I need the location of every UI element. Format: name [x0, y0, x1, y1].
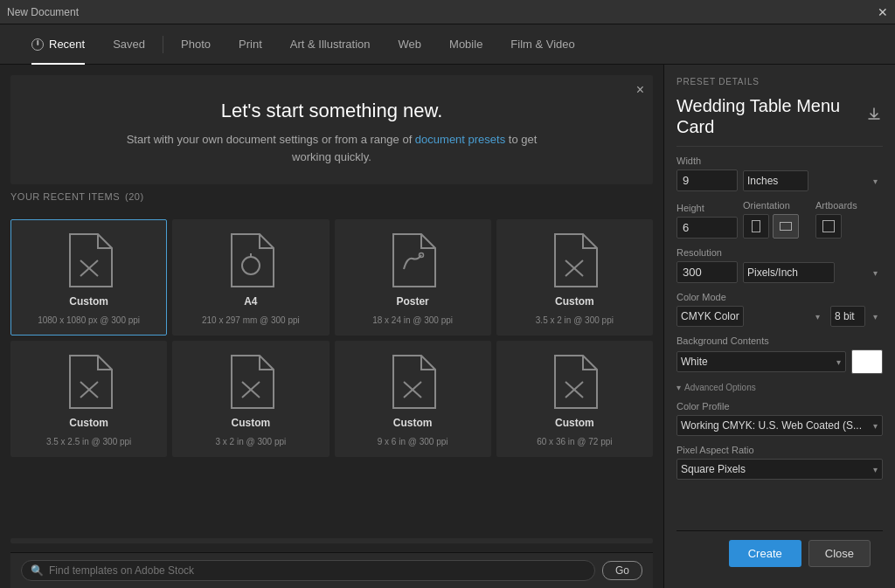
- tab-art-label: Art & Illustration: [290, 38, 371, 51]
- left-panel: × Let's start something new. Start with …: [0, 65, 663, 588]
- item-name-4: Custom: [69, 417, 108, 429]
- tab-photo[interactable]: Photo: [167, 24, 225, 65]
- preset-details-label: PRESET DETAILS: [676, 77, 883, 86]
- tab-mobile[interactable]: Mobile: [435, 24, 496, 65]
- create-button[interactable]: Create: [729, 540, 801, 567]
- recent-item-6[interactable]: Custom 9 x 6 in @ 300 ppi: [335, 341, 491, 457]
- recent-item-3[interactable]: Custom 3.5 x 2 in @ 300 ppi: [496, 219, 653, 336]
- recent-item-4[interactable]: Custom 3.5 x 2.5 in @ 300 ppi: [10, 341, 167, 457]
- advanced-options-label: Advanced Options: [684, 383, 756, 392]
- resolution-row: Pixels/Inch Pixels/Centimeter: [676, 261, 883, 283]
- advanced-options-toggle[interactable]: ▾ Advanced Options: [676, 383, 883, 392]
- item-name-7: Custom: [555, 417, 594, 429]
- hero-close-button[interactable]: ×: [636, 82, 644, 98]
- resolution-unit-select[interactable]: Pixels/Inch Pixels/Centimeter: [743, 262, 835, 283]
- resolution-field-group: Resolution Pixels/Inch Pixels/Centimeter: [676, 247, 883, 283]
- chevron-down-icon: ▾: [676, 383, 681, 392]
- doc-icon-3: [550, 232, 599, 288]
- color-mode-row: CMYK Color RGB Color Grayscale 8 bit 16 …: [676, 306, 883, 327]
- color-profile-field-group: Color Profile Working CMYK: U.S. Web Coa…: [676, 401, 883, 436]
- tab-saved[interactable]: Saved: [99, 24, 159, 65]
- go-button[interactable]: Go: [602, 561, 642, 580]
- item-desc-4: 3.5 x 2.5 in @ 300 ppi: [46, 436, 131, 447]
- bit-depth-select-wrap: 8 bit 16 bit 32 bit: [830, 306, 883, 327]
- preset-title: Wedding Table Menu Card: [676, 95, 865, 137]
- width-unit-select[interactable]: Inches Pixels Millimeters Centimeters: [743, 170, 808, 191]
- tab-print-label: Print: [239, 38, 262, 51]
- recent-item-0[interactable]: Custom 1080 x 1080 px @ 300 ppi: [10, 219, 167, 336]
- item-desc-0: 1080 x 1080 px @ 300 ppi: [38, 315, 140, 326]
- bg-contents-label: Background Contents: [676, 336, 883, 346]
- recent-section: YOUR RECENT ITEMS (20): [0, 191, 663, 535]
- pixel-aspect-select-wrap: Square Pixels D1/DV NTSC (0.91): [676, 459, 883, 480]
- item-desc-3: 3.5 x 2 in @ 300 ppi: [536, 315, 614, 326]
- height-label: Height: [676, 203, 738, 213]
- width-field-group: Width Inches Pixels Millimeters Centimet…: [676, 156, 883, 191]
- search-input-wrap: 🔍: [21, 560, 595, 581]
- item-name-1: A4: [244, 295, 257, 308]
- preset-header: Wedding Table Menu Card: [676, 95, 883, 137]
- doc-icon-0: [65, 232, 114, 288]
- tab-print[interactable]: Print: [225, 24, 276, 65]
- item-desc-5: 3 x 2 in @ 300 ppi: [215, 436, 286, 447]
- bg-color-swatch[interactable]: [851, 349, 883, 374]
- landscape-icon: [780, 222, 792, 231]
- tab-web[interactable]: Web: [385, 24, 436, 65]
- window-close-button[interactable]: ✕: [878, 5, 888, 19]
- width-input[interactable]: [676, 169, 738, 191]
- color-profile-select[interactable]: Working CMYK: U.S. Web Coated (S... sRGB…: [676, 415, 883, 436]
- orientation-label: Orientation: [743, 200, 810, 211]
- resolution-unit-select-wrap: Pixels/Inch Pixels/Centimeter: [743, 262, 883, 283]
- resolution-input[interactable]: [676, 261, 738, 283]
- document-presets-link[interactable]: document presets: [415, 133, 505, 146]
- width-row: Inches Pixels Millimeters Centimeters: [676, 169, 883, 191]
- recent-item-1[interactable]: A4 210 x 297 mm @ 300 ppi: [172, 219, 329, 336]
- tab-recent-label: Recent: [49, 38, 85, 51]
- tab-photo-label: Photo: [181, 38, 211, 51]
- title-bar: New Document ✕: [0, 0, 895, 24]
- doc-icon-5: [226, 354, 275, 410]
- item-name-0: Custom: [69, 295, 108, 308]
- pixel-aspect-select[interactable]: Square Pixels D1/DV NTSC (0.91): [676, 459, 883, 480]
- color-profile-select-wrap: Working CMYK: U.S. Web Coated (S... sRGB…: [676, 415, 883, 436]
- download-preset-button[interactable]: [865, 106, 883, 128]
- item-name-2: Poster: [396, 295, 428, 308]
- height-input[interactable]: [676, 217, 738, 239]
- orientation-buttons: [743, 214, 810, 239]
- bg-contents-field-group: Background Contents White Black Backgrou…: [676, 336, 883, 374]
- dialog: Recent Saved Photo Print Art & Illustrat…: [0, 24, 895, 588]
- portrait-button[interactable]: [743, 214, 769, 239]
- close-button[interactable]: Close: [808, 540, 871, 567]
- bg-contents-row: White Black Background Color Transparent: [676, 349, 883, 374]
- width-unit-select-wrap: Inches Pixels Millimeters Centimeters: [743, 170, 883, 191]
- svg-point-2: [242, 257, 260, 274]
- search-bar: 🔍 Go: [10, 552, 653, 588]
- doc-icon-6: [388, 354, 437, 410]
- window-title: New Document: [7, 6, 79, 18]
- dialog-footer: Create Close: [676, 530, 883, 576]
- recent-grid: Custom 1080 x 1080 px @ 300 ppi: [10, 219, 653, 457]
- pixel-aspect-field-group: Pixel Aspect Ratio Square Pixels D1/DV N…: [676, 445, 883, 480]
- recent-label: YOUR RECENT ITEMS: [10, 191, 120, 202]
- recent-item-5[interactable]: Custom 3 x 2 in @ 300 ppi: [172, 341, 329, 457]
- landscape-button[interactable]: [773, 214, 799, 239]
- item-desc-2: 18 x 24 in @ 300 ppi: [372, 315, 453, 326]
- bg-contents-select[interactable]: White Black Background Color Transparent: [676, 351, 846, 372]
- tab-recent[interactable]: Recent: [17, 24, 99, 65]
- color-profile-label: Color Profile: [676, 401, 883, 412]
- recent-item-2[interactable]: Poster 18 x 24 in @ 300 ppi: [335, 219, 491, 336]
- tab-film[interactable]: Film & Video: [496, 24, 588, 65]
- tab-bar: Recent Saved Photo Print Art & Illustrat…: [0, 24, 895, 65]
- tab-art[interactable]: Art & Illustration: [276, 24, 385, 65]
- search-input[interactable]: [49, 564, 586, 577]
- color-mode-select[interactable]: CMYK Color RGB Color Grayscale: [676, 306, 744, 327]
- doc-icon-1: [226, 232, 275, 288]
- recent-item-7[interactable]: Custom 60 x 36 in @ 72 ppi: [496, 341, 653, 457]
- item-desc-7: 60 x 36 in @ 72 ppi: [537, 436, 612, 447]
- doc-icon-2: [388, 232, 437, 288]
- bit-depth-select[interactable]: 8 bit 16 bit 32 bit: [830, 306, 865, 327]
- dialog-body: × Let's start something new. Start with …: [0, 65, 895, 588]
- recent-count: (20): [125, 191, 144, 202]
- artboards-button[interactable]: [815, 214, 842, 239]
- tab-film-label: Film & Video: [510, 38, 574, 51]
